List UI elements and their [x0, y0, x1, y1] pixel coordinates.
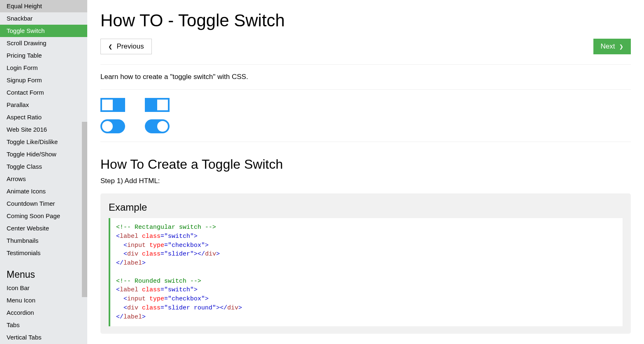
toggle-demo-row-rect	[100, 98, 631, 112]
page-title: How TO - Toggle Switch	[100, 11, 631, 30]
sidebar-item[interactable]: Web Site 2016	[0, 123, 87, 136]
nav-row: ❮ Previous Next ❯	[100, 39, 631, 54]
sidebar-item[interactable]: Parallax	[0, 99, 87, 111]
sidebar-item[interactable]: Aspect Ratio	[0, 111, 87, 123]
sidebar-item[interactable]: Tabs	[0, 319, 87, 331]
sidebar-item[interactable]: Contact Form	[0, 86, 87, 99]
sidebar-item[interactable]: Testimonials	[0, 247, 87, 259]
sidebar-item[interactable]: Toggle Like/Dislike	[0, 136, 87, 148]
toggle-switch-round-on[interactable]	[145, 119, 170, 133]
next-label: Next	[601, 42, 615, 51]
chevron-right-icon: ❯	[615, 42, 623, 51]
code-block: <!-- Rectangular switch --> <label class…	[109, 218, 623, 326]
scrollbar-thumb[interactable]	[82, 122, 87, 297]
sidebar-section-menus: Menus	[0, 259, 87, 282]
chevron-left-icon: ❮	[108, 42, 116, 51]
toggle-switch-rect-off[interactable]	[100, 98, 125, 112]
sidebar-item[interactable]: Icon Bar	[0, 282, 87, 294]
next-button[interactable]: Next ❯	[593, 39, 631, 54]
main-content: How TO - Toggle Switch ❮ Previous Next ❯…	[87, 0, 644, 344]
step-1-label: Step 1) Add HTML:	[100, 177, 631, 185]
toggle-demo-row-round	[100, 119, 631, 133]
sidebar-item[interactable]: Coming Soon Page	[0, 210, 87, 222]
sidebar-item[interactable]: Snackbar	[0, 12, 87, 25]
toggle-switch-round-off[interactable]	[100, 119, 125, 133]
intro-text: Learn how to create a "toggle switch" wi…	[100, 73, 631, 81]
sidebar-item[interactable]: Countdown Timer	[0, 198, 87, 210]
sidebar-item[interactable]: Thumbnails	[0, 235, 87, 247]
sidebar-item[interactable]: Accordion	[0, 307, 87, 319]
sidebar-item[interactable]: Arrows	[0, 173, 87, 185]
sidebar-item[interactable]: Equal Height	[0, 0, 87, 12]
toggle-switch-rect-on[interactable]	[145, 98, 170, 112]
sidebar-item[interactable]: Toggle Class	[0, 160, 87, 173]
example-heading: Example	[109, 202, 623, 213]
sidebar-item[interactable]: Pricing Table	[0, 49, 87, 62]
divider	[100, 89, 631, 90]
sidebar-item[interactable]: Center Website	[0, 222, 87, 235]
sidebar-item[interactable]: Toggle Switch	[0, 25, 87, 37]
divider	[100, 142, 631, 142]
sidebar-item[interactable]: Vertical Tabs	[0, 331, 87, 344]
sidebar-item[interactable]: Menu Icon	[0, 294, 87, 307]
example-box: Example <!-- Rectangular switch --> <lab…	[100, 193, 631, 334]
sidebar-item[interactable]: Scroll Drawing	[0, 37, 87, 49]
previous-label: Previous	[116, 42, 144, 51]
sidebar-item[interactable]: Login Form	[0, 62, 87, 74]
sidebar: Equal HeightSnackbarToggle SwitchScroll …	[0, 0, 87, 344]
sidebar-item[interactable]: Animate Icons	[0, 185, 87, 198]
section-title: How To Create a Toggle Switch	[100, 157, 631, 172]
sidebar-item[interactable]: Signup Form	[0, 74, 87, 86]
previous-button[interactable]: ❮ Previous	[100, 39, 152, 54]
sidebar-item[interactable]: Toggle Hide/Show	[0, 148, 87, 160]
divider	[100, 64, 631, 65]
